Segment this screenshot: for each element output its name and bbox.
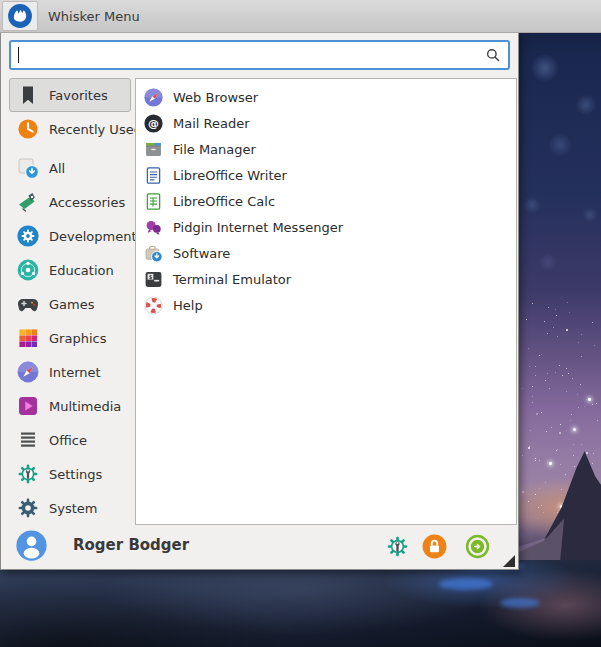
- terminal-icon: $: [143, 269, 164, 290]
- category-label: Development: [49, 229, 137, 244]
- development-gear-icon: [16, 224, 40, 248]
- at-circle-icon: @: [143, 113, 164, 134]
- app-label: LibreOffice Calc: [173, 194, 275, 209]
- category-item-all[interactable]: All: [9, 151, 131, 185]
- pidgin-bubbles-icon: [143, 217, 164, 238]
- menu-footer: Roger Bodger: [1, 524, 518, 569]
- taskbar-window-title[interactable]: Whisker Menu: [48, 0, 140, 32]
- app-label: LibreOffice Writer: [173, 168, 287, 183]
- gamepad-icon: [16, 292, 40, 316]
- system-gear-icon: [16, 496, 40, 520]
- category-item-settings[interactable]: Settings: [9, 457, 131, 491]
- log-out-button[interactable]: [464, 533, 491, 560]
- app-item-pidgin-internet-messenger[interactable]: Pidgin Internet Messenger: [136, 214, 516, 240]
- app-item-mail-reader[interactable]: @Mail Reader: [136, 110, 516, 136]
- app-item-file-manager[interactable]: File Manager: [136, 136, 516, 162]
- category-label: Multimedia: [49, 399, 121, 414]
- category-label: Internet: [49, 365, 101, 380]
- category-label: All: [49, 161, 65, 176]
- bookmark-icon: [16, 83, 40, 107]
- compass-icon: [143, 87, 164, 108]
- svg-text:@: @: [148, 117, 159, 130]
- multimedia-play-icon: [16, 394, 40, 418]
- settings-gear-wrench-icon: [385, 534, 410, 559]
- category-item-office[interactable]: Office: [9, 423, 131, 457]
- category-label: Education: [49, 263, 114, 278]
- file-cabinet-icon: [143, 139, 164, 160]
- app-item-terminal-emulator[interactable]: $Terminal Emulator: [136, 266, 516, 292]
- category-list: FavoritesRecently UsedAllAccessoriesDeve…: [9, 78, 131, 525]
- username: Roger Bodger: [73, 536, 189, 554]
- education-atom-icon: [16, 258, 40, 282]
- search-icon: [484, 46, 502, 64]
- category-label: Graphics: [49, 331, 106, 346]
- desktop: Whisker Menu FavoritesRecently UsedAllAc…: [0, 0, 601, 647]
- category-label: System: [49, 501, 97, 516]
- settings-gear-wrench-icon: [16, 462, 40, 486]
- category-item-accessories[interactable]: Accessories: [9, 185, 131, 219]
- app-item-software[interactable]: Software: [136, 240, 516, 266]
- category-item-education[interactable]: Education: [9, 253, 131, 287]
- category-item-multimedia[interactable]: Multimedia: [9, 389, 131, 423]
- category-label: Games: [49, 297, 94, 312]
- category-item-system[interactable]: System: [9, 491, 131, 525]
- category-item-graphics[interactable]: Graphics: [9, 321, 131, 355]
- search-box: [9, 40, 510, 70]
- app-label: Terminal Emulator: [173, 272, 291, 287]
- all-apps-icon: [16, 156, 40, 180]
- app-label: Pidgin Internet Messenger: [173, 220, 343, 235]
- compass-icon: [16, 360, 40, 384]
- app-item-libreoffice-calc[interactable]: LibreOffice Calc: [136, 188, 516, 214]
- whisker-menu-button[interactable]: [2, 1, 38, 31]
- writer-doc-icon: [143, 165, 164, 186]
- category-label: Favorites: [49, 88, 108, 103]
- resize-grip[interactable]: [503, 555, 515, 567]
- ice-patch: [500, 598, 540, 608]
- software-box-icon: [143, 243, 164, 264]
- accessories-knife-icon: [16, 190, 40, 214]
- category-label: Recently Used: [49, 122, 142, 137]
- category-item-development[interactable]: Development: [9, 219, 131, 253]
- whisker-menu-icon: [7, 3, 33, 29]
- whisker-menu-panel: FavoritesRecently UsedAllAccessoriesDeve…: [0, 32, 519, 570]
- calc-doc-icon: [143, 191, 164, 212]
- app-label: Software: [173, 246, 230, 261]
- graphics-palette-icon: [16, 326, 40, 350]
- category-label: Office: [49, 433, 87, 448]
- lifebuoy-icon: [143, 295, 164, 316]
- ice-patch: [438, 578, 493, 590]
- user-avatar[interactable]: [15, 529, 48, 562]
- app-item-libreoffice-writer[interactable]: LibreOffice Writer: [136, 162, 516, 188]
- app-label: File Manager: [173, 142, 256, 157]
- category-label: Settings: [49, 467, 102, 482]
- category-item-favorites[interactable]: Favorites: [9, 78, 131, 112]
- taskbar: Whisker Menu: [0, 0, 601, 33]
- app-label: Mail Reader: [173, 116, 250, 131]
- recent-clock-icon: [16, 117, 40, 141]
- mountain-foreground: [0, 560, 601, 647]
- lock-screen-button[interactable]: [421, 533, 448, 560]
- category-item-games[interactable]: Games: [9, 287, 131, 321]
- app-label: Web Browser: [173, 90, 258, 105]
- search-input[interactable]: [9, 40, 510, 70]
- settings-manager-button[interactable]: [384, 533, 411, 560]
- category-item-recently-used[interactable]: Recently Used: [9, 112, 131, 146]
- text-caret: [18, 47, 19, 63]
- app-item-help[interactable]: Help: [136, 292, 516, 318]
- category-label: Accessories: [49, 195, 125, 210]
- category-item-internet[interactable]: Internet: [9, 355, 131, 389]
- app-label: Help: [173, 298, 203, 313]
- svg-text:$: $: [149, 272, 153, 279]
- app-item-web-browser[interactable]: Web Browser: [136, 84, 516, 110]
- office-lines-icon: [16, 428, 40, 452]
- logout-icon: [465, 534, 490, 559]
- application-list: Web Browser@Mail ReaderFile ManagerLibre…: [135, 78, 517, 525]
- lock-icon: [421, 533, 448, 560]
